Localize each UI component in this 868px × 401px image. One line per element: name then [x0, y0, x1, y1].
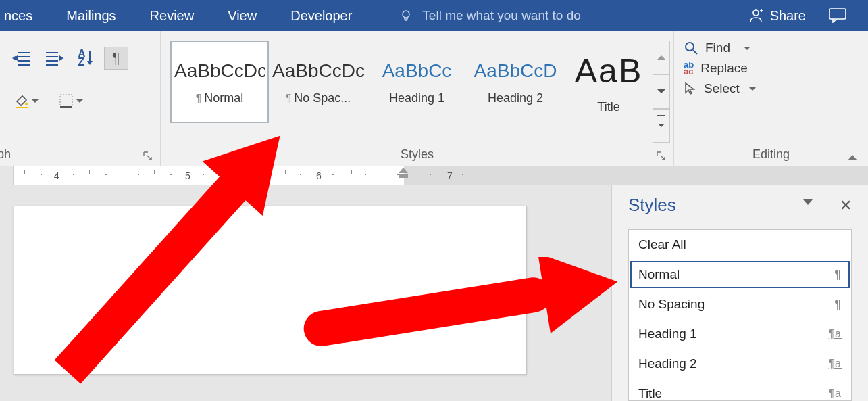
select-cursor-icon: [684, 82, 697, 95]
pilcrow-icon: ¶: [286, 93, 295, 104]
ruler-corner: [0, 166, 14, 185]
show-marks-toggle[interactable]: ¶: [104, 47, 128, 70]
tab-mailings[interactable]: Mailings: [66, 8, 116, 24]
style-label: Title: [597, 100, 619, 114]
tell-me-placeholder: Tell me what you want to do: [422, 8, 580, 23]
lightbulb-icon: [399, 9, 413, 22]
style-item-title[interactable]: Title ¶a: [629, 379, 851, 401]
style-item-no-spacing[interactable]: No Spacing ¶: [629, 289, 851, 319]
style-sample: AaB: [568, 51, 649, 91]
right-indent-marker[interactable]: [399, 168, 408, 178]
style-sample: AaBbCc: [371, 60, 463, 82]
sort-button[interactable]: AZ: [74, 47, 96, 70]
tell-me-search[interactable]: Tell me what you want to do: [352, 8, 748, 23]
pane-options-caret[interactable]: [803, 199, 813, 212]
style-item-symbol: ¶a: [829, 358, 842, 370]
borders-icon: [59, 93, 74, 108]
style-title[interactable]: AaB Title: [565, 41, 653, 123]
tab-view[interactable]: View: [228, 8, 257, 24]
style-item-heading-1[interactable]: Heading 1 ¶a: [629, 319, 851, 349]
style-item-label: Title: [638, 386, 662, 401]
ruler-strip: 4 5 6 7: [14, 166, 868, 185]
styles-pane-list: Clear All Normal ¶ No Spacing ¶ Heading …: [628, 229, 852, 401]
find-button[interactable]: Find: [684, 41, 859, 55]
styles-dialog-launcher[interactable]: [656, 151, 667, 162]
ruler-mark: 6: [316, 170, 322, 181]
gallery-nav: [653, 41, 670, 143]
dropdown-caret-icon: [29, 99, 39, 103]
paragraph-group: AZ ¶: [0, 31, 161, 166]
sort-icon: AZ: [78, 50, 93, 66]
gallery-row-down[interactable]: [653, 74, 670, 108]
style-item-symbol: ¶a: [829, 328, 842, 340]
styles-pane: Styles ✕ Clear All Normal ¶ No Spacing ¶…: [611, 185, 868, 401]
paragraph-dialog-launcher[interactable]: [143, 151, 153, 162]
style-sample: AaBbCcDc: [174, 60, 265, 82]
style-heading-1[interactable]: AaBbCc Heading 1: [367, 41, 466, 123]
titlebar-right: Share: [748, 8, 860, 24]
svg-point-0: [403, 11, 409, 18]
svg-rect-20: [16, 107, 28, 108]
find-label: Find: [705, 41, 730, 55]
style-item-symbol: ¶: [834, 268, 842, 282]
horizontal-ruler[interactable]: 4 5 6 7: [0, 166, 868, 185]
svg-line-24: [693, 50, 697, 54]
svg-rect-21: [60, 95, 72, 107]
increase-indent-icon: [45, 50, 63, 66]
vertical-ruler[interactable]: [0, 185, 14, 401]
replace-icon: abac: [684, 62, 694, 75]
paint-bucket-icon: [14, 93, 29, 108]
style-item-symbol: ¶: [834, 298, 842, 312]
decrease-indent-button[interactable]: [9, 47, 34, 70]
decrease-indent-icon: [12, 50, 31, 66]
document-page[interactable]: [14, 206, 527, 375]
ruler-mark: 4: [54, 170, 59, 181]
close-pane-button[interactable]: ✕: [840, 199, 852, 212]
style-heading-2[interactable]: AaBbCcD Heading 2: [466, 41, 565, 123]
share-button[interactable]: Share: [748, 8, 806, 24]
comments-icon[interactable]: [829, 8, 846, 23]
tab-developer[interactable]: Developer: [290, 8, 352, 24]
shading-button[interactable]: [9, 89, 43, 112]
style-item-label: Normal: [638, 267, 680, 282]
svg-point-2: [753, 10, 759, 16]
style-label: Heading 1: [389, 91, 444, 105]
style-item-label: Heading 1: [638, 327, 697, 341]
style-item-normal[interactable]: Normal ¶: [629, 260, 851, 289]
svg-point-19: [25, 103, 28, 105]
replace-button[interactable]: abac Replace: [684, 61, 859, 76]
select-button[interactable]: Select: [684, 81, 859, 96]
tab-review[interactable]: Review: [150, 8, 195, 24]
svg-point-23: [686, 43, 694, 51]
style-item-label: Clear All: [638, 237, 686, 252]
ribbon: AZ ¶: [0, 31, 868, 166]
gallery-row-up[interactable]: [653, 41, 670, 74]
collapse-ribbon-button[interactable]: [848, 155, 857, 160]
borders-button[interactable]: [51, 89, 91, 112]
style-item-heading-2[interactable]: Heading 2 ¶a: [629, 349, 851, 379]
gallery-expand[interactable]: [653, 109, 670, 143]
select-label: Select: [704, 81, 740, 96]
svg-marker-11: [12, 55, 16, 61]
find-icon: [684, 41, 698, 55]
style-label: Normal: [204, 91, 243, 105]
style-label: No Spac...: [294, 91, 351, 105]
style-gallery: AaBbCcDc ¶Normal AaBbCcDc ¶No Spac... Aa…: [170, 38, 670, 143]
style-no-spacing[interactable]: AaBbCcDc ¶No Spac...: [269, 41, 367, 123]
style-normal[interactable]: AaBbCcDc ¶Normal: [170, 41, 269, 123]
ribbon-tabs: nces Mailings Review View Developer: [0, 8, 352, 24]
tab-references[interactable]: nces: [4, 8, 32, 24]
increase-indent-button[interactable]: [42, 47, 66, 70]
style-item-clear-all[interactable]: Clear All: [629, 230, 851, 260]
share-label: Share: [770, 8, 806, 24]
ruler-mark: 5: [185, 170, 190, 181]
svg-marker-18: [87, 61, 93, 65]
style-item-label: No Spacing: [638, 297, 705, 312]
person-share-icon: [748, 8, 763, 23]
styles-group: AaBbCcDc ¶Normal AaBbCcDc ¶No Spac... Aa…: [161, 31, 674, 166]
style-sample: AaBbCcD: [469, 60, 561, 82]
svg-rect-5: [829, 9, 846, 19]
styles-pane-title: Styles: [628, 195, 676, 216]
editing-group-label: Editing: [752, 147, 790, 162]
svg-marker-16: [59, 55, 63, 61]
